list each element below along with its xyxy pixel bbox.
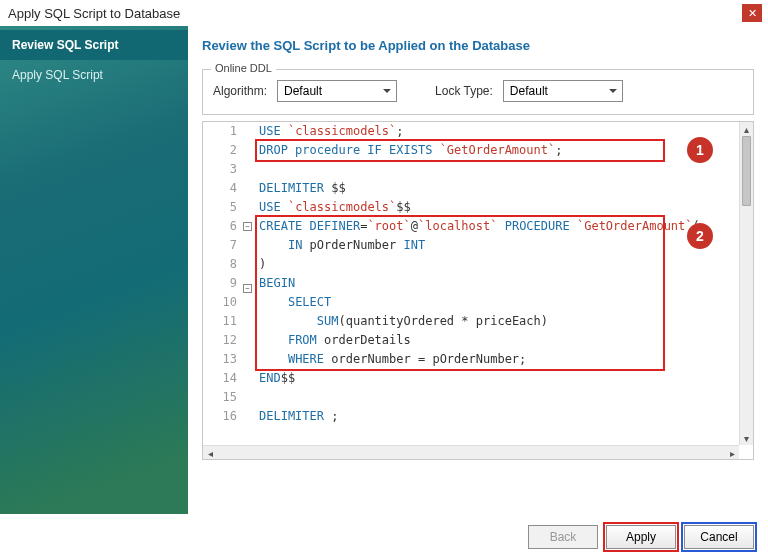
code-line[interactable]	[259, 160, 739, 179]
code-line[interactable]: DELIMITER $$	[259, 179, 739, 198]
editor-gutter: 12345678910111213141516	[203, 122, 243, 445]
line-number: 15	[203, 388, 237, 407]
code-line[interactable]: SUM(quantityOrdered * priceEach)	[259, 312, 739, 331]
line-number: 4	[203, 179, 237, 198]
line-number: 3	[203, 160, 237, 179]
algorithm-select[interactable]: Default	[277, 80, 397, 102]
window-title: Apply SQL Script to Database	[8, 6, 180, 21]
line-number: 12	[203, 331, 237, 350]
code-line[interactable]: )	[259, 255, 739, 274]
line-number: 1	[203, 122, 237, 141]
code-line[interactable]: USE `classicmodels`;	[259, 122, 739, 141]
sql-editor[interactable]: 12345678910111213141516 −− USE `classicm…	[202, 121, 754, 460]
line-number: 2	[203, 141, 237, 160]
code-line[interactable]: CREATE DEFINER=`root`@`localhost` PROCED…	[259, 217, 739, 236]
apply-button[interactable]: Apply	[606, 525, 676, 549]
line-number: 11	[203, 312, 237, 331]
footer-buttons: Back Apply Cancel	[0, 514, 768, 560]
fold-toggle-icon[interactable]: −	[243, 222, 252, 231]
editor-vertical-scrollbar[interactable]: ▴ ▾	[739, 122, 753, 445]
editor-horizontal-scrollbar[interactable]: ◂ ▸	[203, 445, 739, 459]
close-button[interactable]: ✕	[742, 4, 762, 22]
back-button: Back	[528, 525, 598, 549]
sidebar-step-apply[interactable]: Apply SQL Script	[0, 60, 188, 90]
line-number: 9	[203, 274, 237, 293]
line-number: 13	[203, 350, 237, 369]
locktype-label: Lock Type:	[435, 84, 493, 98]
code-line[interactable]: BEGIN	[259, 274, 739, 293]
code-line[interactable]: IN pOrderNumber INT	[259, 236, 739, 255]
page-heading: Review the SQL Script to be Applied on t…	[202, 38, 754, 53]
online-ddl-group: Online DDL Algorithm: Default Lock Type:…	[202, 69, 754, 115]
code-line[interactable]: FROM orderDetails	[259, 331, 739, 350]
titlebar: Apply SQL Script to Database	[0, 0, 768, 26]
locktype-select[interactable]: Default	[503, 80, 623, 102]
line-number: 8	[203, 255, 237, 274]
line-number: 5	[203, 198, 237, 217]
line-number: 7	[203, 236, 237, 255]
algorithm-label: Algorithm:	[213, 84, 267, 98]
code-line[interactable]: WHERE orderNumber = pOrderNumber;	[259, 350, 739, 369]
line-number: 6	[203, 217, 237, 236]
code-line[interactable]: SELECT	[259, 293, 739, 312]
editor-code[interactable]: USE `classicmodels`;DROP procedure IF EX…	[259, 122, 739, 445]
main-panel: Review the SQL Script to be Applied on t…	[188, 26, 768, 514]
scroll-left-icon[interactable]: ◂	[203, 446, 217, 460]
scroll-right-icon[interactable]: ▸	[725, 446, 739, 460]
scroll-up-icon[interactable]: ▴	[740, 122, 753, 136]
editor-fold-column: −−	[243, 122, 255, 445]
line-number: 14	[203, 369, 237, 388]
close-icon: ✕	[748, 7, 757, 20]
scroll-down-icon[interactable]: ▾	[740, 431, 753, 445]
code-line[interactable]: DELIMITER ;	[259, 407, 739, 426]
scroll-thumb[interactable]	[742, 136, 751, 206]
online-ddl-legend: Online DDL	[211, 62, 276, 74]
wizard-sidebar: Review SQL Script Apply SQL Script	[0, 26, 188, 514]
line-number: 10	[203, 293, 237, 312]
fold-toggle-icon[interactable]: −	[243, 284, 252, 293]
code-line[interactable]: DROP procedure IF EXISTS `GetOrderAmount…	[259, 141, 739, 160]
sidebar-step-review[interactable]: Review SQL Script	[0, 30, 188, 60]
cancel-button[interactable]: Cancel	[684, 525, 754, 549]
line-number: 16	[203, 407, 237, 426]
code-line[interactable]	[259, 388, 739, 407]
code-line[interactable]: USE `classicmodels`$$	[259, 198, 739, 217]
code-line[interactable]: END$$	[259, 369, 739, 388]
